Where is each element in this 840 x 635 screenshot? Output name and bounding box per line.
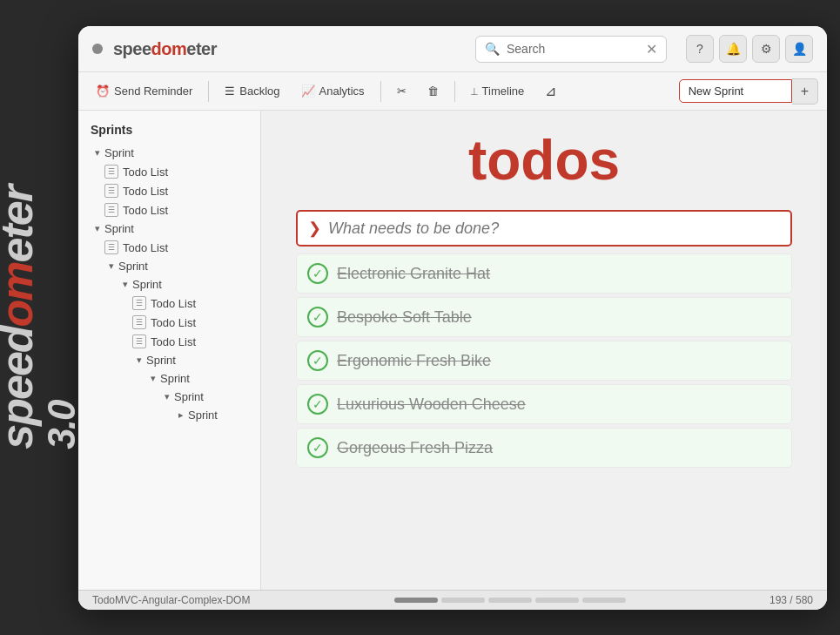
trash-button[interactable]: 🗑	[419, 79, 447, 103]
chevron-down-icon: ▾	[146, 373, 160, 384]
timeline-button[interactable]: ⟂ Timeline	[462, 79, 534, 103]
notifications-button[interactable]: 🔔	[719, 35, 747, 63]
tree-item-todolist-6[interactable]: ☰ Todo List	[78, 313, 260, 332]
bottom-bar: TodoMVC-Angular-Complex-DOM 193 / 580	[78, 590, 827, 610]
new-sprint-area: +	[679, 78, 818, 105]
separator-1	[208, 81, 209, 102]
todo-text-3: Ergonomic Fresh Bike	[337, 352, 491, 370]
chevron-right-icon: ▸	[174, 409, 188, 421]
cut-button[interactable]: ✂	[388, 79, 415, 103]
filter-icon: ⊿	[545, 83, 556, 99]
analytics-label: Analytics	[319, 84, 365, 98]
todo-text-1: Electronic Granite Hat	[337, 265, 490, 283]
new-sprint-input[interactable]	[679, 79, 792, 103]
todo-check-4[interactable]: ✓	[307, 394, 328, 415]
main-window: speedometer 🔍 ✕ ? 🔔 ⚙ 👤 ⏰ Send Reminder …	[78, 26, 827, 610]
profile-button[interactable]: 👤	[785, 35, 813, 63]
timeline-icon: ⟂	[471, 84, 478, 98]
tree-item-todolist-7[interactable]: ☰ Todo List	[78, 332, 260, 351]
list-icon: ☰	[132, 296, 146, 310]
help-button[interactable]: ?	[686, 35, 714, 63]
tree-item-sprint-6[interactable]: ▾ Sprint	[78, 369, 260, 388]
backlog-button[interactable]: ☰ Backlog	[216, 79, 288, 103]
todo-check-5[interactable]: ✓	[307, 437, 328, 458]
todo-item: ✓ Luxurious Wooden Cheese	[296, 384, 792, 424]
tree-item-sprint-3[interactable]: ▾ Sprint	[78, 257, 260, 275]
sidebar-title: Sprints	[78, 119, 260, 144]
todo-item: ✓ Ergonomic Fresh Bike	[296, 341, 792, 381]
right-panel: todos ❯ ✓ Electronic Granite Hat ✓ Bespo…	[261, 111, 827, 590]
titlebar: speedometer 🔍 ✕ ? 🔔 ⚙ 👤	[78, 26, 827, 72]
list-icon: ☰	[132, 315, 146, 329]
tree-item-sprint-8[interactable]: ▸ Sprint	[78, 406, 260, 424]
search-clear-icon[interactable]: ✕	[646, 41, 657, 57]
tree-item-sprint-4[interactable]: ▾ Sprint	[78, 275, 260, 294]
todo-check-3[interactable]: ✓	[307, 350, 328, 371]
search-input[interactable]	[507, 42, 639, 56]
bottom-progress	[394, 598, 626, 603]
send-reminder-label: Send Reminder	[114, 84, 192, 98]
separator-2	[380, 81, 381, 102]
trash-icon: 🗑	[427, 84, 439, 98]
progress-seg-2	[441, 598, 485, 603]
toolbar: ⏰ Send Reminder ☰ Backlog 📈 Analytics ✂ …	[78, 72, 827, 111]
titlebar-icons: ? 🔔 ⚙ 👤	[686, 35, 813, 63]
new-todo-input[interactable]	[328, 220, 780, 238]
window-controls	[92, 44, 103, 54]
chevron-down-icon: ▾	[91, 223, 104, 234]
chevron-down-icon: ▾	[160, 391, 174, 402]
list-icon: ☰	[104, 165, 118, 179]
tree-item-todolist-2[interactable]: ☰ Todo List	[78, 181, 260, 200]
todo-input-row[interactable]: ❯	[296, 210, 792, 247]
add-sprint-button[interactable]: +	[792, 78, 818, 105]
todo-check-1[interactable]: ✓	[307, 263, 328, 284]
tree-item-todolist-5[interactable]: ☰ Todo List	[78, 294, 260, 313]
progress-seg-3	[488, 598, 532, 603]
list-icon: ☰	[104, 184, 118, 198]
progress-seg-4	[535, 598, 579, 603]
tree-item-sprint-5[interactable]: ▾ Sprint	[78, 351, 260, 369]
backlog-icon: ☰	[225, 84, 235, 98]
side-brand-label: speedometer 3.0	[0, 0, 78, 635]
list-icon: ☰	[104, 240, 118, 254]
tree-item-todolist-3[interactable]: ☰ Todo List	[78, 200, 260, 220]
todo-item: ✓ Bespoke Soft Table	[296, 297, 792, 337]
progress-seg-1	[394, 598, 438, 603]
todo-text-4: Luxurious Wooden Cheese	[337, 395, 526, 414]
todo-item: ✓ Gorgeous Fresh Pizza	[296, 428, 792, 468]
search-bar[interactable]: 🔍 ✕	[475, 36, 667, 63]
window-dot	[92, 44, 103, 54]
todo-text-2: Bespoke Soft Table	[337, 308, 472, 327]
todo-list: ✓ Electronic Granite Hat ✓ Bespoke Soft …	[296, 253, 792, 471]
todo-item: ✓ Electronic Granite Hat	[296, 253, 792, 294]
tree-item-todolist-4[interactable]: ☰ Todo List	[78, 238, 260, 257]
cut-icon: ✂	[397, 84, 407, 98]
separator-3	[454, 81, 455, 102]
todo-check-2[interactable]: ✓	[307, 307, 328, 328]
progress-seg-5	[582, 598, 626, 603]
backlog-label: Backlog	[239, 84, 279, 98]
app-title: speedometer	[113, 39, 217, 59]
list-icon: ☰	[104, 203, 118, 217]
analytics-button[interactable]: 📈 Analytics	[292, 79, 373, 103]
todos-title: todos	[261, 111, 827, 201]
todo-text-5: Gorgeous Fresh Pizza	[337, 439, 493, 457]
side-brand-text: speedometer 3.0	[0, 186, 84, 449]
tree-item-sprint-2[interactable]: ▾ Sprint	[78, 220, 260, 238]
chevron-down-icon: ▾	[132, 355, 146, 366]
send-reminder-button[interactable]: ⏰ Send Reminder	[87, 79, 201, 103]
tree-item-sprint-1[interactable]: ▾ Sprint	[78, 144, 260, 162]
clock-icon: ⏰	[96, 84, 110, 98]
search-icon: 🔍	[485, 42, 500, 56]
chevron-down-icon: ▾	[118, 279, 132, 290]
filter-button[interactable]: ⊿	[536, 78, 565, 105]
chevron-down-icon: ▾	[104, 260, 118, 272]
expand-icon[interactable]: ❯	[308, 219, 321, 238]
bottom-left-label: TodoMVC-Angular-Complex-DOM	[92, 594, 250, 606]
tree-item-sprint-7[interactable]: ▾ Sprint	[78, 388, 260, 406]
analytics-icon: 📈	[301, 84, 315, 98]
bottom-right-label: 193 / 580	[769, 594, 813, 606]
sidebar: Sprints ▾ Sprint ☰ Todo List ☰ Todo List…	[78, 111, 261, 590]
tree-item-todolist-1[interactable]: ☰ Todo List	[78, 162, 260, 181]
settings-button[interactable]: ⚙	[752, 35, 780, 63]
